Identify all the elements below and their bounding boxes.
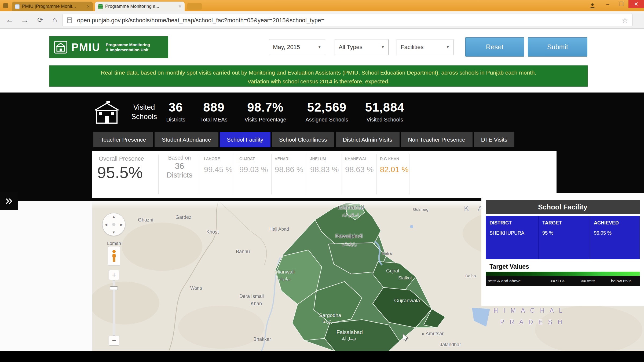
map-label-haji-abad: Haji Abad — [269, 227, 289, 232]
map-marker-amritsar — [422, 333, 424, 335]
facility-panel: School Facility DISTRICT SHEIKHUPURA TAR… — [481, 193, 644, 306]
district-name: VEHARI — [275, 157, 290, 162]
zoom-in-button[interactable]: + — [109, 270, 119, 280]
map-label-amritsar: Amritsar — [426, 331, 444, 337]
kpi-value: 98.7% — [237, 100, 294, 114]
sidebar-expand-button[interactable]: » — [0, 192, 18, 210]
tab-close-icon[interactable]: × — [178, 4, 181, 9]
kpi-value: 36 — [159, 100, 193, 114]
district-stat-dgkhan: D.G KHAN 82.01 % — [377, 154, 409, 194]
zoom-out-button[interactable]: − — [109, 336, 119, 346]
district-stat-vehari: VEHARI 98.86 % — [272, 154, 307, 194]
tab-school-cleanliness[interactable]: School Cleanliness — [272, 132, 334, 147]
kpi-band: Visited Schools 36 Districts 889 Total M… — [0, 93, 644, 201]
page-icon — [67, 17, 72, 23]
based-on-block: Based on 36 Districts — [160, 155, 199, 179]
maximize-button[interactable]: ❐ — [615, 0, 627, 8]
divider — [158, 155, 159, 194]
kpi-label: Assigned Schools — [296, 117, 358, 123]
district-value: 99.45 % — [204, 165, 234, 174]
tab-dte-visits[interactable]: DTE Visits — [474, 132, 515, 147]
kpi-heading-line1: Visited — [124, 103, 164, 112]
info-banner-line2: Variation with school census 2014 is the… — [49, 77, 588, 86]
metric-tabs: Teacher Presence Student Attendance Scho… — [93, 132, 514, 147]
metric-select-value: Facilities — [401, 44, 424, 51]
kpi-label: Districts — [159, 117, 193, 123]
tab-student-attendance[interactable]: Student Attendance — [155, 132, 218, 147]
submit-button[interactable]: Submit — [528, 37, 587, 57]
map-label-dera-khan: Khan — [251, 301, 262, 306]
home-icon[interactable]: ⌂ — [49, 14, 61, 25]
new-tab-button[interactable] — [187, 3, 202, 10]
browser-tab-active[interactable]: Programme Monitoring a... × — [95, 2, 185, 11]
panel-col-target: TARGET 95 % — [538, 216, 590, 259]
based-on-count: 36 — [160, 161, 199, 171]
mouse-cursor — [402, 333, 411, 343]
reset-button[interactable]: Reset — [465, 37, 524, 57]
kpi-total-meas: 889 Total MEAs — [195, 100, 232, 123]
map-label-rawalpindi: Rawalpindi — [335, 233, 363, 239]
tab-title: PMIU |Programme Monit... — [22, 4, 85, 9]
map-pan-control[interactable]: ▲ ▼ ◀ ▶ — [102, 213, 125, 236]
map-label-rawalpindi-urdu: راولپنڈی — [342, 241, 357, 246]
district-name: KHANEWAL — [345, 157, 367, 162]
address-bar[interactable]: open.punjab.gov.pk/schools/home/heat_map… — [62, 14, 633, 26]
panel-title: School Facility — [486, 200, 640, 214]
map-label-dera-ismail: Dera Ismail — [239, 294, 264, 299]
person-icon — [590, 3, 595, 9]
metric-select[interactable]: Facilities ▼ — [397, 39, 453, 55]
kpi-visits-percentage: 98.7% Visits Percentage — [237, 100, 294, 123]
map-label-khost: Khost — [206, 229, 219, 235]
tab-non-teacher-presence[interactable]: Non Teacher Presence — [401, 132, 473, 147]
based-on-line1: Based on — [160, 155, 199, 161]
screen: PMIU |Programme Monit... × Programme Mon… — [0, 0, 644, 362]
panel-col-header: ACHIEVED — [594, 220, 619, 226]
pan-down-icon[interactable]: ▼ — [112, 230, 116, 234]
map-label-katra: Katra — [382, 251, 392, 256]
map-label-jalandhar: Jalandhar — [440, 342, 461, 348]
school-type-select[interactable]: All Types ▼ — [335, 39, 389, 55]
district-name: D.G KHAN — [380, 157, 399, 162]
logo-subtitle-line1: Programme Monitoring — [106, 42, 150, 47]
panel-col-achieved: ACHIEVED 96.05 % — [590, 216, 640, 259]
month-select[interactable]: May, 2015 ▼ — [269, 39, 325, 55]
page-header: PMIU Programme Monitoring & Implementati… — [0, 29, 644, 93]
pan-center-dot[interactable] — [112, 223, 115, 226]
url-text: open.punjab.gov.pk/schools/home/heat_map… — [77, 17, 324, 24]
window-titlebar: PMIU |Programme Monit... × Programme Mon… — [0, 0, 644, 11]
map-label-islamabad: Islamabad — [338, 204, 364, 211]
overall-presence-label: Overall Presence — [99, 155, 144, 162]
browser-toolbar: ← → ⟳ ⌂ open.punjab.gov.pk/schools/home/… — [0, 11, 644, 29]
map-label-mianwali-urdu: میانوالی — [277, 276, 290, 281]
kpi-districts: 36 Districts — [159, 100, 193, 123]
pegman-control[interactable] — [108, 246, 120, 266]
minimize-button[interactable]: – — [602, 0, 614, 8]
pan-right-icon[interactable]: ▶ — [120, 223, 123, 227]
close-window-button[interactable]: ✕ — [628, 0, 644, 8]
type-select-value: All Types — [339, 44, 363, 51]
map-label-bhakkar: Bhakkar — [253, 337, 271, 342]
kpi-heading-line2: Schools — [124, 112, 164, 121]
forward-icon[interactable]: → — [19, 14, 31, 25]
map-label-ghazni: Ghazni — [138, 217, 153, 223]
map-label-faisalabad-urdu: فیصل آباد — [341, 337, 356, 341]
panel-target-value: 95 % — [542, 230, 553, 236]
bookmark-star-icon[interactable]: ☆ — [622, 16, 628, 25]
tab-close-icon[interactable]: × — [87, 4, 90, 9]
map-label-islamabad-urdu: اسلام آباد — [342, 212, 359, 217]
refresh-icon[interactable]: ⟳ — [34, 14, 46, 25]
tab-teacher-presence[interactable]: Teacher Presence — [93, 132, 153, 147]
pan-left-icon[interactable]: ◀ — [105, 223, 107, 227]
profile-icon[interactable] — [588, 1, 597, 10]
map-label-gujrat: Gujrat — [386, 268, 399, 274]
browser-tab-pmiu[interactable]: PMIU |Programme Monit... × — [12, 2, 93, 11]
tab-school-facility[interactable]: School Facility — [220, 132, 270, 147]
zoom-slider-handle[interactable] — [110, 286, 118, 290]
back-icon[interactable]: ← — [4, 14, 16, 25]
tab-district-admin-visits[interactable]: District Admin Visits — [336, 132, 400, 147]
map-label-bannu: Bannu — [236, 249, 250, 254]
district-name: GUJRAT — [239, 157, 255, 162]
map-label-gulmarg: Gulmarg — [413, 207, 429, 212]
pan-up-icon[interactable]: ▲ — [112, 215, 116, 219]
kpi-label: Visits Percentage — [237, 117, 294, 123]
